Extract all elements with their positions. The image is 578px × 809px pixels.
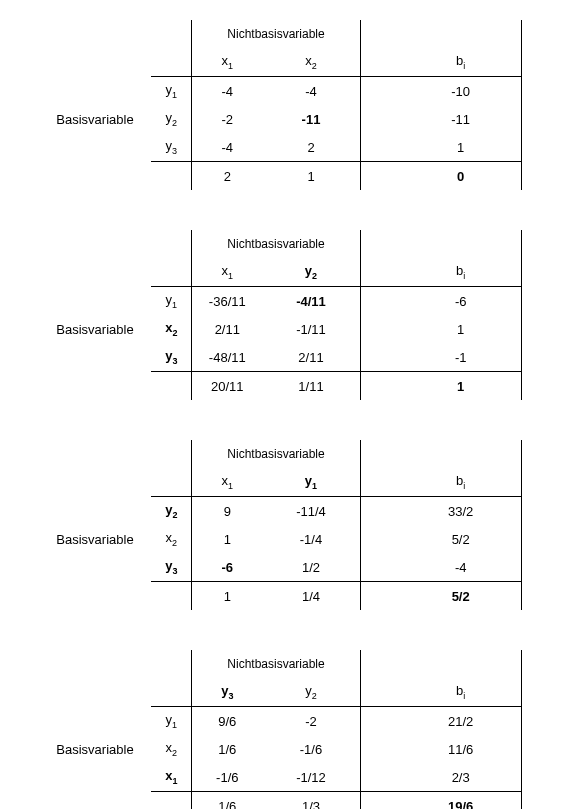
cell-value: 1/3 [302, 799, 320, 810]
col-header: y3 [221, 683, 233, 698]
cell-value: 9 [224, 504, 231, 519]
cell-value: -1/6 [216, 770, 238, 785]
cell-value: -1/12 [296, 770, 326, 785]
cell-value: 21/2 [448, 714, 473, 729]
objective-row: 2 1 0 [56, 162, 521, 191]
cell-value: -1/6 [300, 742, 322, 757]
cell-value: 1 [307, 169, 314, 184]
row-header: y3 [165, 348, 177, 363]
cell-value: -1/4 [300, 532, 322, 547]
row-header: y1 [166, 712, 178, 727]
col-header: y1 [305, 473, 317, 488]
cell-value: 2 [224, 169, 231, 184]
col-header: x2 [305, 53, 317, 68]
cell-value: 1/2 [302, 560, 320, 575]
cell-value: 1/11 [298, 379, 323, 394]
table-row: Basisvariable x2 1/6 -1/6 11/6 [56, 735, 521, 763]
row-header: x2 [166, 740, 178, 755]
row-header: y3 [166, 138, 178, 153]
cell-value: 19/6 [448, 799, 473, 810]
cell-value: -4 [455, 560, 467, 575]
table-row: Basisvariable x2 2/11 -1/11 1 [56, 315, 521, 343]
cell-value: -36/11 [209, 294, 246, 309]
col-header: x1 [222, 473, 234, 488]
row-header: y2 [165, 502, 177, 517]
col-header: x1 [222, 53, 234, 68]
simplex-tableau-1: Nichtbasisvariable x1 y2 bi y1 -36/11 -4… [10, 230, 568, 400]
row-header: y2 [166, 110, 178, 125]
cell-value: -6 [455, 294, 467, 309]
cell-value: 1 [224, 532, 231, 547]
cell-value: 0 [457, 169, 464, 184]
cell-value: 2 [307, 140, 314, 155]
table-row: y1 9/6 -2 21/2 [56, 707, 521, 736]
cell-value: -11 [302, 112, 321, 127]
col-header: y2 [305, 263, 317, 278]
table-row: y3 -4 2 1 [56, 133, 521, 162]
table-row: Basisvariable x2 1 -1/4 5/2 [56, 525, 521, 553]
cell-value: -4 [222, 84, 234, 99]
cell-value: 1 [457, 379, 464, 394]
cell-value: 1 [457, 140, 464, 155]
cell-value: -1 [455, 350, 467, 365]
table-row: y1 -36/11 -4/11 -6 [56, 287, 521, 316]
table-row: y2 9 -11/4 33/2 [56, 497, 521, 526]
cell-value: 1/6 [218, 742, 236, 757]
cell-value: 1/6 [218, 799, 236, 810]
cell-value: 5/2 [452, 532, 470, 547]
cell-value: -2 [305, 714, 317, 729]
cell-value: 2/11 [298, 350, 323, 365]
basis-label: Basisvariable [56, 532, 133, 547]
objective-row: 20/11 1/11 1 [56, 372, 521, 401]
nonbasis-header: Nichtbasisvariable [227, 657, 324, 671]
nonbasis-header: Nichtbasisvariable [227, 447, 324, 461]
cell-value: -2 [222, 112, 234, 127]
col-header: x1 [222, 263, 234, 278]
cell-value: 1 [224, 589, 231, 604]
cell-value: 5/2 [452, 589, 470, 604]
nonbasis-header: Nichtbasisvariable [227, 27, 324, 41]
row-header: y1 [166, 82, 178, 97]
table-row: x1 -1/6 -1/12 2/3 [56, 763, 521, 792]
table-row: y1 -4 -4 -10 [56, 77, 521, 106]
b-header: bi [456, 683, 465, 698]
cell-value: 2/11 [215, 322, 240, 337]
table-row: y3 -6 1/2 -4 [56, 553, 521, 582]
cell-value: -48/11 [209, 350, 246, 365]
cell-value: -4 [305, 84, 317, 99]
basis-label: Basisvariable [56, 322, 133, 337]
cell-value: 1 [457, 322, 464, 337]
cell-value: 9/6 [218, 714, 236, 729]
cell-value: -11 [451, 112, 470, 127]
objective-row: 1 1/4 5/2 [56, 582, 521, 611]
b-header: bi [456, 53, 465, 68]
objective-row: 1/6 1/3 19/6 [56, 792, 521, 810]
table-row: y3 -48/11 2/11 -1 [56, 343, 521, 372]
simplex-tableau-3: Nichtbasisvariable y3 y2 bi y1 9/6 -2 21… [10, 650, 568, 809]
row-header: y3 [165, 558, 177, 573]
b-header: bi [456, 473, 465, 488]
row-header: x2 [165, 320, 177, 335]
cell-value: 11/6 [448, 742, 473, 757]
row-header: y1 [166, 292, 178, 307]
cell-value: 33/2 [448, 504, 473, 519]
cell-value: 2/3 [452, 770, 470, 785]
basis-label: Basisvariable [56, 112, 133, 127]
simplex-tableau-0: Nichtbasisvariable x1 x2 bi y1 -4 -4 -10… [10, 20, 568, 190]
row-header: x1 [165, 768, 177, 783]
cell-value: -11/4 [296, 504, 326, 519]
row-header: x2 [166, 530, 178, 545]
b-header: bi [456, 263, 465, 278]
cell-value: -6 [222, 560, 234, 575]
nonbasis-header: Nichtbasisvariable [227, 237, 324, 251]
cell-value: -4 [222, 140, 234, 155]
cell-value: -1/11 [296, 322, 326, 337]
cell-value: 1/4 [302, 589, 320, 604]
cell-value: 20/11 [211, 379, 244, 394]
cell-value: -10 [451, 84, 470, 99]
col-header: y2 [305, 683, 317, 698]
simplex-tableau-2: Nichtbasisvariable x1 y1 bi y2 9 -11/4 3… [10, 440, 568, 610]
basis-label: Basisvariable [56, 742, 133, 757]
table-row: Basisvariable y2 -2 -11 -11 [56, 105, 521, 133]
cell-value: -4/11 [296, 294, 326, 309]
